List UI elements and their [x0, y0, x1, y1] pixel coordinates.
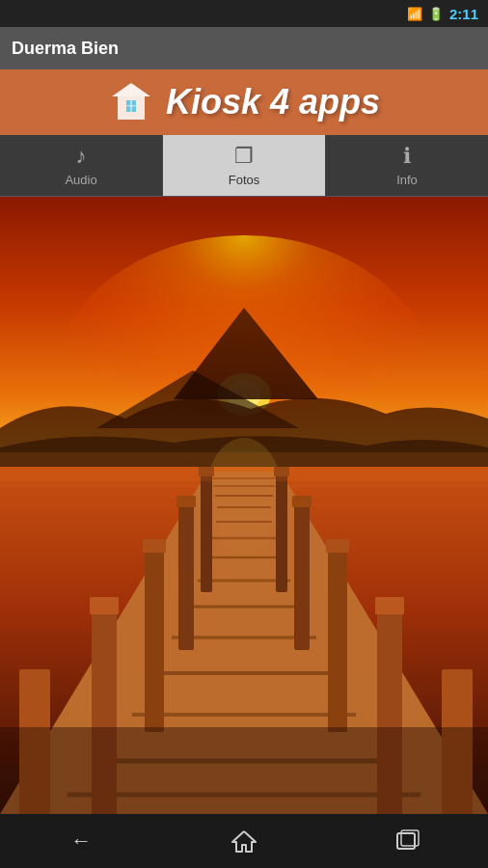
svg-rect-40	[145, 539, 164, 732]
svg-rect-36	[201, 467, 212, 592]
title-bar: Duerma Bien	[0, 27, 488, 69]
nav-bar: ←	[0, 814, 488, 868]
svg-rect-54	[0, 727, 488, 814]
svg-rect-43	[90, 597, 119, 614]
svg-rect-49	[328, 539, 347, 732]
tab-fotos[interactable]: ❐ Fotos	[163, 135, 326, 196]
status-bar: 📶 🔋 2:11	[0, 0, 488, 27]
svg-rect-55	[0, 452, 488, 481]
svg-rect-41	[143, 539, 166, 553]
svg-rect-52	[375, 597, 404, 614]
fotos-icon: ❐	[234, 144, 254, 169]
svg-rect-4	[126, 105, 136, 107]
app-title: Duerma Bien	[12, 39, 119, 59]
audio-icon: ♪	[76, 144, 87, 169]
info-icon: ℹ	[403, 144, 411, 169]
recents-icon	[393, 828, 420, 854]
home-icon	[230, 828, 258, 854]
tab-fotos-label: Fotos	[229, 173, 260, 187]
tab-audio-label: Audio	[65, 173, 96, 187]
brand-banner: Kiosk 4 apps	[0, 69, 488, 135]
main-photo-area	[0, 197, 488, 814]
svg-rect-47	[294, 496, 310, 650]
back-button[interactable]: ←	[52, 822, 110, 860]
status-time: 2:11	[449, 6, 478, 22]
svg-rect-48	[292, 496, 312, 507]
svg-marker-0	[112, 83, 150, 96]
tab-info[interactable]: ℹ Info	[326, 135, 488, 196]
svg-rect-39	[176, 496, 196, 507]
home-button[interactable]	[215, 822, 273, 860]
recents-button[interactable]	[378, 822, 436, 860]
tab-info-label: Info	[396, 173, 418, 187]
brand-text: Kiosk 4 apps	[166, 82, 380, 122]
pier-scene	[0, 197, 488, 814]
battery-icon: 🔋	[428, 7, 444, 21]
tab-audio[interactable]: ♪ Audio	[0, 135, 163, 196]
svg-rect-45	[276, 467, 287, 592]
back-icon: ←	[70, 828, 92, 854]
svg-rect-50	[326, 539, 349, 553]
svg-rect-38	[178, 496, 194, 650]
tab-bar: ♪ Audio ❐ Fotos ℹ Info	[0, 135, 488, 197]
brand-logo-icon	[108, 79, 154, 125]
wifi-icon: 📶	[407, 7, 422, 21]
